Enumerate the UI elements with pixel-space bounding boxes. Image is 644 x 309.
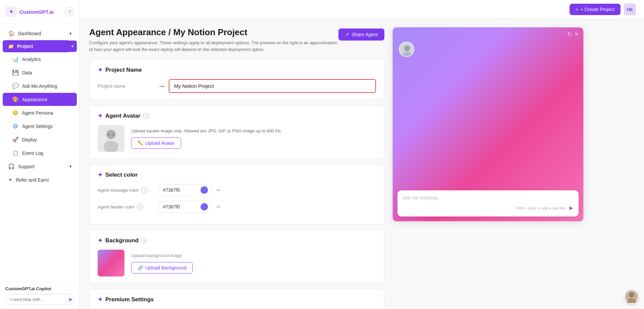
- deploy-icon: 🚀: [12, 136, 19, 143]
- select-color-heading: ✦ Select color: [98, 171, 376, 179]
- preview-refresh-icon[interactable]: ↻: [567, 31, 572, 37]
- avatar-row: Upload square image only. Allowed are JP…: [98, 125, 376, 152]
- preview-avatar-image: [399, 42, 414, 57]
- header-color-edit-icon[interactable]: ✏: [216, 204, 221, 210]
- header-color-dot[interactable]: [201, 203, 208, 210]
- sidebar-item-data[interactable]: 💾 Data: [3, 66, 77, 79]
- upload-avatar-button[interactable]: ✏️ Upload Avatar: [131, 137, 181, 149]
- sidebar-item-refer-earn[interactable]: ✦ Refer and Earn!: [3, 173, 77, 186]
- share-agent-button[interactable]: ↗ Share Agent: [338, 28, 384, 41]
- project-icon: 📁: [8, 44, 14, 49]
- premium-settings-section: ✦ Premium Settings: [89, 289, 384, 309]
- project-name-row: Project name →: [98, 79, 376, 93]
- background-info-icon[interactable]: i: [141, 238, 147, 244]
- background-row: Upload background image 🔗 Upload Backgro…: [98, 250, 376, 276]
- analytics-icon: 📊: [12, 56, 19, 62]
- preview-topbar: ↻ ✕: [393, 27, 583, 41]
- settings-icon: ⚙️: [12, 123, 19, 129]
- bottom-right-user-avatar[interactable]: [625, 290, 639, 304]
- link-icon: 🔗: [138, 265, 143, 270]
- svg-point-9: [404, 45, 410, 51]
- page-title: Agent Appearance / My Notion Project: [89, 27, 338, 38]
- background-heading: ✦ Background i: [98, 237, 376, 244]
- message-color-dot[interactable]: [201, 186, 208, 194]
- sidebar-project-main[interactable]: 📁 Project: [3, 40, 68, 52]
- svg-text:✦: ✦: [9, 8, 14, 15]
- create-project-button[interactable]: + + Create Project: [570, 4, 621, 15]
- agent-avatar-heading: ✦ Agent Avatar i: [98, 112, 376, 120]
- sidebar-item-event-log[interactable]: 📋 Event Log: [3, 146, 77, 160]
- sidebar-item-agent-persona[interactable]: 😊 Agent Persona: [3, 106, 77, 119]
- svg-point-12: [629, 292, 634, 298]
- sidebar-refer-label: Refer and Earn!: [16, 177, 49, 183]
- clock-icon[interactable]: ⏱: [65, 7, 74, 16]
- avatar-image: [98, 125, 124, 152]
- sparkle-icon-1: ✦: [98, 66, 103, 74]
- copilot-input[interactable]: [10, 297, 66, 302]
- sidebar-item-ask-me-anything[interactable]: 💬 Ask Me Anything: [3, 79, 77, 92]
- upload-background-button[interactable]: 🔗 Upload Background: [131, 262, 193, 273]
- sidebar-item-deploy[interactable]: 🚀 Deploy: [3, 133, 77, 146]
- sidebar-item-appearance[interactable]: 🎨 Appearance: [3, 93, 77, 106]
- sidebar: ✦ CustomGPT.ai ⏱ 🏠 Dashboard ▾ 📁 Project…: [0, 0, 80, 309]
- header-color-info-icon[interactable]: i: [137, 204, 143, 210]
- share-agent-label: Share Agent: [352, 32, 378, 37]
- premium-settings-heading: ✦ Premium Settings: [98, 296, 376, 303]
- copilot-section: CustomGPT.ai Copilot ➤: [0, 282, 79, 309]
- data-icon: 💾: [12, 69, 19, 76]
- header-color-label: Agent header color i: [98, 204, 155, 210]
- project-name-heading: ✦ Project Name: [98, 66, 376, 74]
- user-avatar: HE: [624, 3, 636, 15]
- sparkle-icon-5: ✦: [98, 296, 103, 303]
- sidebar-item-analytics[interactable]: 📊 Analytics: [3, 53, 77, 66]
- preview-chat-footer: Shift + Enter to add a new line ➤: [403, 204, 573, 212]
- bg-upload-hint: Upload background image: [131, 253, 193, 258]
- preview-chat-hint: Shift + Enter to add a new line: [516, 206, 566, 210]
- preview-close-icon[interactable]: ✕: [574, 31, 579, 37]
- select-color-section: ✦ Select color Agent message color i #73…: [89, 164, 384, 225]
- logo-icon: ✦: [5, 6, 17, 17]
- support-chevron-icon: ▾: [69, 164, 71, 169]
- header-color-value: #7367f0: [163, 204, 198, 209]
- message-color-info-icon[interactable]: i: [141, 187, 147, 193]
- project-chevron[interactable]: ▾: [68, 41, 77, 52]
- sidebar-item-dashboard[interactable]: 🏠 Dashboard ▾: [3, 27, 77, 40]
- ask-icon: 💬: [12, 83, 19, 89]
- sparkle-icon-3: ✦: [98, 171, 103, 179]
- background-section: ✦ Background i Upload background image 🔗…: [89, 230, 384, 284]
- sidebar-item-support[interactable]: 🎧 Support ▾: [3, 160, 77, 173]
- logo-text: CustomGPT.ai: [19, 9, 54, 15]
- avatar-preview: [98, 125, 124, 152]
- project-name-label: Project name: [98, 83, 151, 89]
- copilot-send-icon[interactable]: ➤: [68, 296, 72, 303]
- sparkle-icon-4: ✦: [98, 237, 103, 244]
- preview-agent-avatar: [399, 42, 414, 57]
- sidebar-event-log-label: Event Log: [22, 150, 43, 156]
- agent-avatar-section: ✦ Agent Avatar i: [89, 105, 384, 159]
- sparkle-icon-2: ✦: [98, 112, 103, 120]
- plus-icon: +: [576, 7, 578, 12]
- left-panel: Agent Appearance / My Notion Project Con…: [89, 27, 384, 309]
- sidebar-item-agent-settings[interactable]: ⚙️ Agent Settings: [3, 120, 77, 133]
- preview-send-icon[interactable]: ➤: [568, 204, 573, 212]
- sidebar-item-project[interactable]: 📁 Project ▾: [3, 40, 77, 52]
- background-preview: [98, 250, 124, 276]
- svg-rect-6: [112, 133, 115, 136]
- svg-rect-5: [107, 133, 110, 136]
- avatar-info-icon[interactable]: i: [143, 113, 149, 119]
- sidebar-deploy-label: Deploy: [22, 137, 37, 142]
- create-project-label: + Create Project: [580, 7, 614, 12]
- sidebar-project-label: Project: [17, 44, 33, 49]
- project-name-input[interactable]: [169, 79, 376, 93]
- persona-icon: 😊: [12, 110, 19, 116]
- header-color-row: Agent header color i #7367f0 ✏: [98, 201, 376, 213]
- message-color-label: Agent message color i: [98, 187, 155, 193]
- arrow-indicator: →: [158, 82, 165, 90]
- sidebar-analytics-label: Analytics: [22, 57, 41, 62]
- message-color-input-wrap: #7367f0: [159, 184, 212, 196]
- header-color-input-wrap: #7367f0: [159, 201, 212, 213]
- preview-chat-box: Ask me anything ... Shift + Enter to add…: [397, 190, 579, 217]
- message-color-edit-icon[interactable]: ✏: [216, 187, 221, 193]
- background-upload-area: Upload background image 🔗 Upload Backgro…: [131, 253, 193, 273]
- sidebar-nav: 🏠 Dashboard ▾ 📁 Project ▾ 📊 Analytics 💾 …: [0, 24, 79, 282]
